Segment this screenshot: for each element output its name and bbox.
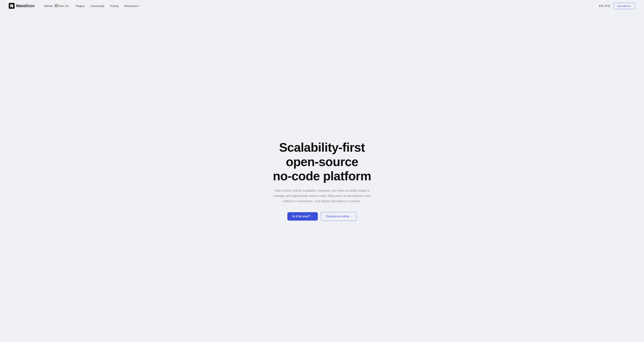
- cta-secondary-label: Experience online: [326, 215, 349, 218]
- chevron-right-icon: ›: [630, 4, 632, 8]
- stars-count: 11k: [65, 5, 68, 7]
- chevron-right-icon: ›: [350, 215, 352, 218]
- logo[interactable]: NocoBase: [9, 3, 34, 9]
- lang-en: EN: [599, 4, 603, 7]
- chevron-down-icon: ↓: [312, 215, 313, 218]
- stars-label: Stars: [58, 5, 64, 7]
- plugins-label: Plugins: [76, 4, 84, 8]
- live-demo-button[interactable]: Live demo ›: [614, 3, 635, 9]
- github-stars-badge: Stars 11k: [54, 4, 70, 8]
- nav-plugins[interactable]: Plugins: [74, 3, 87, 9]
- pricing-label: Pricing: [110, 4, 118, 8]
- lang-zh: 中文: [605, 4, 610, 7]
- hero-title-line2: open-source: [286, 155, 358, 169]
- hero-title-line1: Scalability-first: [279, 140, 365, 154]
- experience-online-button[interactable]: Experience online ›: [321, 212, 357, 221]
- navbar: NocoBase GitHub Stars 11k Plugins: [0, 0, 644, 12]
- github-label: GitHub: [44, 4, 52, 8]
- nav-right: EN | 中文 Live demo ›: [599, 3, 635, 9]
- hero-title-line3: no-code platform: [273, 169, 371, 183]
- nav-left: NocoBase GitHub Stars 11k Plugins: [9, 2, 142, 9]
- logo-icon: [9, 3, 14, 9]
- live-demo-label: Live demo: [617, 4, 630, 8]
- github-icon: [55, 4, 58, 7]
- nav-links: GitHub Stars 11k Plugins Community Pr: [42, 2, 142, 9]
- logo-text: NocoBase: [16, 4, 34, 8]
- community-label: Community: [90, 4, 104, 8]
- is-it-for-you-button[interactable]: Is it for you? ↓: [288, 212, 318, 221]
- nav-community[interactable]: Community: [88, 3, 106, 9]
- resources-label: Resources: [124, 4, 138, 8]
- lang-separator: |: [604, 4, 604, 7]
- hero-section: Scalability-first open-source no-code pl…: [0, 12, 644, 342]
- cta-primary-label: Is it for you?: [292, 215, 310, 218]
- chevron-down-icon: ▾: [138, 5, 139, 7]
- hero-title: Scalability-first open-source no-code pl…: [273, 140, 371, 183]
- nav-pricing[interactable]: Pricing: [108, 3, 121, 9]
- nav-resources[interactable]: Resources ▾: [122, 3, 142, 9]
- hero-actions: Is it for you? ↓ Experience online ›: [288, 212, 357, 221]
- hero-subtitle: Total control, infinite scalability, emp…: [271, 188, 373, 204]
- language-switcher[interactable]: EN | 中文: [599, 4, 610, 8]
- github-link[interactable]: GitHub Stars 11k: [42, 2, 72, 9]
